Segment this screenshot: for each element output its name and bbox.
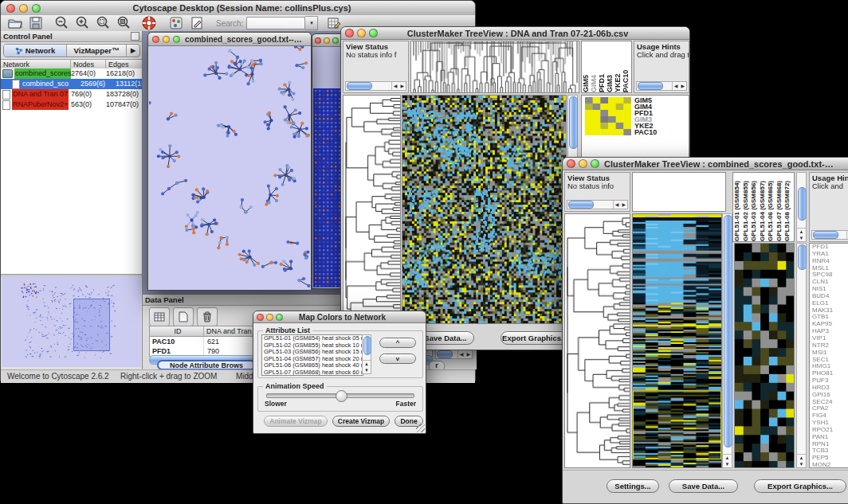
network-row[interactable]: combined_sco 2569(6) 13112(15) (1, 79, 142, 89)
scroll-down-icon[interactable]: ▼ (797, 461, 806, 467)
zoom-window-icon[interactable] (32, 4, 41, 13)
dialog-resize-grip[interactable] (416, 424, 425, 432)
animate-vizmap-button[interactable]: Animate Vizmap (264, 416, 328, 427)
tab-overflow-arrow[interactable]: ▶ (127, 45, 139, 57)
tv2-row1-vscrollbar[interactable]: ▲▼ (796, 172, 807, 242)
tab-network[interactable]: Network (4, 45, 67, 57)
search-input[interactable] (246, 17, 305, 29)
scroll-right-icon[interactable]: ▶ (679, 82, 686, 90)
scroll-up-icon[interactable]: ▲ (797, 229, 806, 235)
close-icon[interactable] (6, 4, 15, 13)
tv1-column-label[interactable]: PFD1 (598, 41, 606, 92)
tv2-column-tree-area[interactable] (632, 172, 726, 212)
tv1-column-label[interactable]: GIM5 (582, 41, 590, 92)
scroll-right-icon[interactable]: ▶ (465, 350, 472, 358)
create-vizmap-button[interactable]: Create Vizmap (332, 416, 390, 427)
close-icon[interactable] (152, 36, 159, 43)
scroll-down-icon[interactable]: ▼ (363, 367, 371, 373)
tv1-column-label[interactable]: PAC10 (622, 41, 630, 92)
tv2-column-label[interactable]: GPL51-07 (GSM868) (775, 173, 784, 241)
treeview1-titlebar[interactable]: ClusterMaker TreeView : DNA and Tran 07-… (341, 27, 689, 40)
tv2-column-label[interactable]: GPL51-06 (GSM865) (767, 173, 775, 241)
tv1-similarity-matrix[interactable] (585, 97, 631, 135)
zoom-selected-icon[interactable] (95, 15, 111, 31)
minimize-icon[interactable] (579, 159, 587, 168)
scroll-right-icon[interactable]: ▶ (620, 201, 627, 209)
tv2-hints-hscrollbar[interactable]: ◀▶ (811, 230, 848, 240)
tv2-gene[interactable]: MON2 (812, 462, 848, 468)
annotation-icon[interactable] (189, 15, 205, 31)
zoom-out-icon[interactable] (53, 15, 69, 31)
zoom-window-icon[interactable] (173, 36, 180, 43)
scroll-up-icon[interactable]: ▲ (797, 455, 806, 461)
tv2-column-label[interactable]: GPL51-08 (GSM872) (783, 173, 792, 241)
grid-nodes-icon[interactable] (168, 15, 184, 31)
open-file-icon[interactable] (7, 15, 23, 31)
minimize-icon[interactable] (266, 314, 273, 321)
scroll-down-icon[interactable]: ▼ (797, 235, 806, 241)
tv2-action-button[interactable]: Export Graphics... (754, 479, 846, 493)
help-lifering-icon[interactable] (141, 15, 157, 31)
close-icon[interactable] (345, 29, 354, 37)
table-edit-icon[interactable] (326, 15, 342, 31)
scroll-left-icon[interactable]: ◀ (392, 82, 399, 90)
zoom-window-icon[interactable] (276, 314, 283, 321)
network-row[interactable]: combined_scores 2764(0) 16218(0) (1, 68, 142, 79)
tv2-global-heatmap[interactable] (632, 213, 722, 468)
tv2-column-label[interactable]: GPL51-04 (GSM857) (759, 173, 768, 241)
minimize-icon[interactable] (19, 4, 28, 13)
save-icon[interactable] (28, 15, 44, 31)
tv2-global-vscrollbar[interactable]: ▲▼ (722, 213, 732, 468)
tv2-status-hscrollbar[interactable]: ◀▶ (567, 200, 628, 209)
minimize-icon[interactable] (357, 29, 366, 37)
tv1-action-button[interactable]: Export Graphics... (501, 331, 569, 345)
tv1-column-label[interactable]: GIM4 (590, 41, 598, 92)
tv2-row-dendrogram[interactable] (564, 213, 630, 468)
main-titlebar[interactable]: Cytoscape Desktop (Session Name: collins… (1, 1, 475, 16)
tv2-column-label[interactable]: GPL51-03 (GSM856) (750, 173, 759, 241)
scroll-up-icon[interactable]: ▲ (363, 361, 371, 367)
treeview2-titlebar[interactable]: ClusterMaker TreeView : combined_scores_… (563, 158, 848, 170)
slider-thumb[interactable] (336, 390, 347, 402)
new-attribute-icon[interactable] (173, 307, 194, 326)
birdseye-view[interactable] (2, 276, 141, 367)
dp-col-id[interactable]: ID (150, 326, 204, 336)
minimize-icon[interactable] (163, 36, 170, 43)
zoom-window-icon[interactable] (332, 37, 339, 44)
tv2-zoom-heatmap[interactable] (734, 243, 795, 468)
delete-attribute-icon[interactable] (197, 307, 218, 326)
attribute-select-icon[interactable] (149, 307, 170, 326)
tab-vizmapper[interactable]: VizMapper™ (67, 45, 127, 57)
animation-slider[interactable] (266, 393, 414, 398)
tv1-column-label[interactable]: YKE2 (614, 41, 622, 92)
scroll-right-icon[interactable]: ▶ (398, 82, 406, 90)
zoom-window-icon[interactable] (369, 29, 378, 37)
tv1-gene[interactable]: PAC10 (634, 129, 657, 135)
tv1-status-hscrollbar[interactable]: ◀▶ (345, 81, 406, 91)
tv1-heatmap[interactable] (402, 95, 567, 324)
close-icon[interactable] (567, 159, 575, 168)
tv1-column-label[interactable]: GIM3 (606, 41, 614, 92)
close-icon[interactable] (257, 314, 264, 321)
zoom-fit-icon[interactable] (116, 15, 132, 31)
tv1-column-dendrogram[interactable] (410, 41, 579, 93)
move-up-button[interactable]: ^ (379, 338, 416, 348)
tv1-hints-hscrollbar[interactable]: ◀▶ (636, 81, 687, 91)
move-down-button[interactable]: v (379, 354, 416, 364)
tv2-action-button[interactable]: Settings... (607, 479, 659, 493)
scroll-left-icon[interactable]: ◀ (614, 201, 621, 209)
float-panel-icon[interactable] (131, 32, 139, 41)
tv1-row-dendrogram[interactable] (343, 95, 401, 324)
scroll-up-icon[interactable]: ▲ (723, 455, 732, 461)
attribute-list-item[interactable]: GPL51-07 (GSM868) heat shock 60 min (262, 369, 363, 376)
scroll-left-icon[interactable]: ◀ (458, 350, 465, 358)
zoom-window-icon[interactable] (591, 159, 599, 168)
network-row[interactable]: RNAPuberNov2+ 563(0) 107847(0) (1, 100, 142, 110)
minimize-icon[interactable] (324, 37, 330, 44)
tv2-genes-vscrollbar[interactable]: ▲▼ (796, 243, 807, 468)
tv2-column-label[interactable]: GPL51-02 (GSM855) (742, 173, 751, 241)
search-dropdown-button[interactable]: ▼ (305, 16, 318, 30)
tv2-column-label[interactable]: GPL51-01 (GSM854) (733, 173, 742, 241)
scroll-down-icon[interactable]: ▼ (723, 461, 732, 467)
zoom-in-icon[interactable] (74, 15, 90, 31)
